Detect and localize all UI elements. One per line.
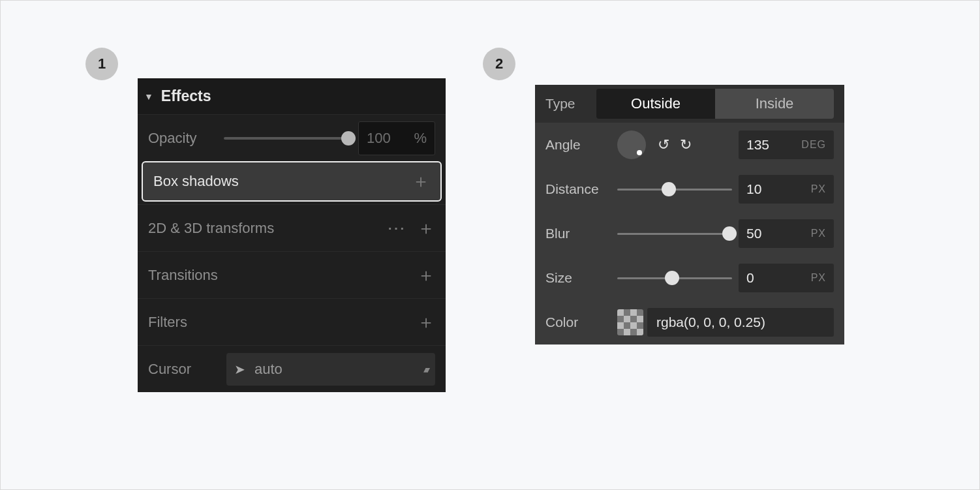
select-chevrons-icon: ▴▾ [423,364,427,375]
blur-input[interactable]: 50 PX [739,219,834,248]
color-swatch[interactable] [617,309,643,335]
distance-label: Distance [545,181,617,197]
size-row: Size 0 PX [535,256,844,300]
shadow-type-label: Type [545,96,596,112]
blur-row: Blur 50 PX [535,211,844,256]
rotate-cw-icon[interactable]: ↻ [680,136,692,153]
size-value: 0 [746,270,754,286]
transforms-more-icon[interactable]: ⋯ [387,217,405,239]
distance-input[interactable]: 10 PX [739,175,834,204]
shadow-type-outside[interactable]: Outside [596,89,715,119]
opacity-slider-thumb[interactable] [341,131,356,145]
color-row: Color rgba(0, 0, 0, 0.25) [535,300,844,345]
size-slider[interactable] [617,277,732,279]
box-shadows-label: Box shadows [153,173,239,190]
size-label: Size [545,270,617,286]
transforms-label: 2D & 3D transforms [148,220,274,237]
distance-value: 10 [746,181,761,197]
blur-slider[interactable] [617,233,732,235]
blur-label: Blur [545,226,617,241]
distance-row: Distance 10 PX [535,167,844,211]
blur-slider-thumb[interactable] [722,226,737,241]
size-input[interactable]: 0 PX [739,264,834,292]
opacity-unit: % [414,130,427,147]
angle-row: Angle ↺ ↻ 135 DEG [535,123,844,167]
opacity-label: Opacity [148,130,220,147]
cursor-value: auto [254,361,283,378]
angle-dial-indicator [637,150,642,155]
color-value: rgba(0, 0, 0, 0.25) [656,314,765,330]
blur-value: 50 [746,226,761,241]
shadow-type-inside[interactable]: Inside [715,89,834,119]
cursor-label: Cursor [148,361,220,378]
distance-slider-thumb[interactable] [662,182,676,196]
opacity-value: 100 [367,130,391,147]
transforms-row[interactable]: 2D & 3D transforms ⋯ ＋ [138,204,446,251]
angle-input[interactable]: 135 DEG [739,130,834,159]
collapse-triangle-icon[interactable]: ▼ [144,91,153,102]
cursor-pointer-icon: ➤ [234,361,245,377]
rotate-ccw-icon[interactable]: ↺ [658,136,669,153]
add-filter-icon[interactable]: ＋ [417,310,435,335]
box-shadows-row[interactable]: Box shadows ＋ [142,161,442,202]
shadow-settings-panel: Type Outside Inside Angle ↺ ↻ 135 DEG Di… [535,85,844,345]
add-transition-icon[interactable]: ＋ [417,263,435,288]
blur-unit: PX [811,228,826,239]
distance-slider[interactable] [617,189,732,191]
shadow-type-toggle: Outside Inside [596,89,834,119]
cursor-select[interactable]: ➤ auto ▴▾ [226,353,435,386]
distance-unit: PX [811,183,826,195]
size-slider-thumb[interactable] [665,271,679,285]
transitions-label: Transitions [148,267,218,284]
angle-value: 135 [746,137,769,153]
shadow-type-row: Type Outside Inside [535,85,844,123]
color-input[interactable]: rgba(0, 0, 0, 0.25) [647,308,834,337]
opacity-input[interactable]: 100 % [358,121,435,155]
filters-label: Filters [148,314,187,331]
step-badge-1: 1 [85,48,118,80]
opacity-slider[interactable] [224,137,349,140]
angle-label: Angle [545,137,617,153]
angle-dial[interactable] [617,130,646,159]
effects-panel-title: Effects [161,87,211,105]
effects-panel: ▼ Effects Opacity 100 % Box shadows ＋ 2D… [138,78,446,392]
size-unit: PX [811,272,826,284]
opacity-row: Opacity 100 % [138,114,446,161]
filters-row[interactable]: Filters ＋ [138,298,446,345]
color-label: Color [545,314,617,330]
effects-panel-header[interactable]: ▼ Effects [138,78,446,114]
angle-unit: DEG [801,139,826,151]
transitions-row[interactable]: Transitions ＋ [138,251,446,298]
step-badge-2: 2 [483,48,515,80]
add-transform-icon[interactable]: ＋ [417,216,435,241]
add-box-shadow-icon[interactable]: ＋ [412,169,430,194]
cursor-row: Cursor ➤ auto ▴▾ [138,345,446,392]
